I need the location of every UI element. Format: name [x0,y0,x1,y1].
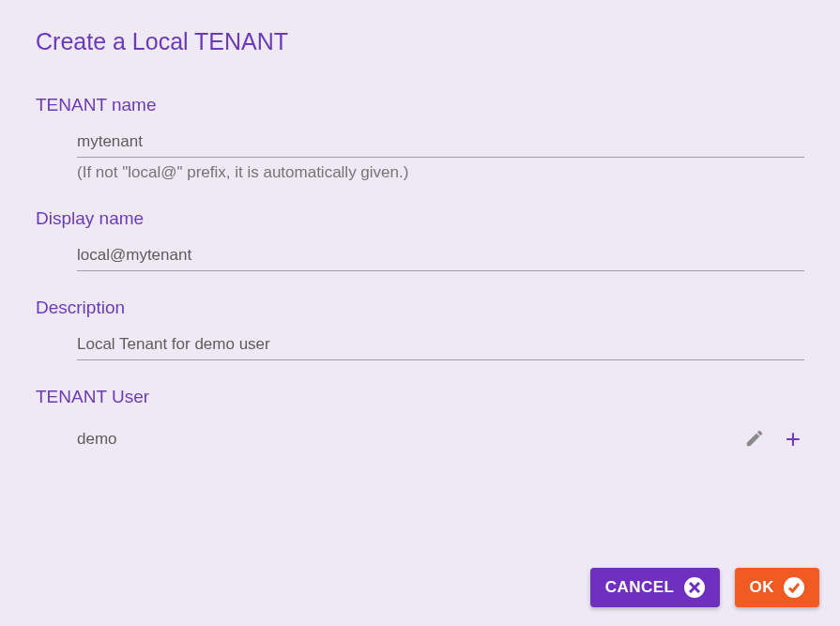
button-bar: CANCEL OK [590,568,819,607]
edit-user-button[interactable] [741,424,769,455]
tenant-user-row: demo + [77,422,804,456]
cancel-button[interactable]: CANCEL [590,568,720,607]
display-name-field-group: Display name [36,208,804,271]
display-name-label: Display name [36,208,804,229]
check-icon [784,577,804,598]
pencil-icon [744,428,765,451]
display-name-input[interactable] [77,244,804,271]
add-user-button[interactable]: + [782,422,804,456]
description-input[interactable] [77,333,804,360]
ok-button[interactable]: OK [735,568,820,607]
dialog-title: Create a Local TENANT [36,28,804,55]
cancel-button-label: CANCEL [605,578,675,597]
description-field-group: Description [36,298,804,360]
tenant-name-label: TENANT name [36,95,804,115]
plus-icon: + [786,426,801,452]
close-icon [684,577,705,598]
ok-button-label: OK [750,578,775,597]
tenant-name-field-group: TENANT name (If not "local@" prefix, it … [36,95,804,182]
tenant-user-field-group: TENANT User demo + [36,387,804,456]
tenant-user-label: TENANT User [36,387,804,407]
tenant-user-value: demo [77,430,727,449]
tenant-name-helper: (If not "local@" prefix, it is automatic… [77,163,804,182]
description-label: Description [36,298,804,318]
tenant-name-input[interactable] [77,130,804,158]
